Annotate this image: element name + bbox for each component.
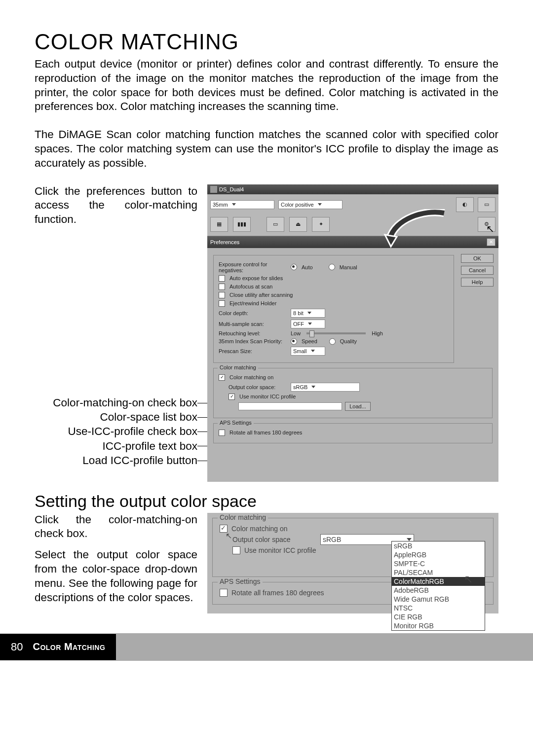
cursor-icon: ↖ [486, 223, 495, 235]
film-type-select[interactable]: 35mm [210, 200, 274, 209]
cancel-button[interactable]: Cancel [461, 266, 494, 275]
intro-para-2: The DiMAGE Scan color matching function … [35, 128, 498, 170]
app-icon [210, 186, 217, 193]
help-button[interactable]: Help [461, 278, 494, 287]
quality-radio[interactable] [329, 338, 336, 345]
page-number: 80 [11, 641, 23, 653]
cursor-icon: ↖ [226, 531, 232, 540]
color-matching-group-label: Color matching [218, 513, 268, 521]
use-icc-checkbox[interactable] [232, 546, 240, 554]
auto-radio[interactable] [291, 264, 297, 270]
autofocus-checkbox[interactable] [219, 284, 225, 290]
thumbnail-icon[interactable]: ▦ [210, 217, 228, 232]
color-space-option[interactable]: SMPTE-C [392, 559, 485, 568]
multi-sample-select[interactable]: OFF [291, 320, 325, 328]
film-polarity-select[interactable]: Color positive [278, 200, 343, 209]
ok-button[interactable]: OK [461, 254, 494, 263]
tool-icon[interactable]: ▭ [478, 197, 495, 212]
color-space-option[interactable]: AdobeRGB [392, 586, 485, 595]
page-title: COLOR MATCHING [35, 30, 498, 54]
close-icon[interactable]: ✕ [487, 238, 495, 246]
tool-icon[interactable]: ✦ [312, 217, 330, 232]
use-icc-checkbox[interactable] [228, 394, 235, 400]
close-utility-checkbox[interactable] [219, 292, 225, 298]
eject-holder-checkbox[interactable] [219, 300, 225, 307]
aps-group-label: APS Settings [218, 577, 263, 585]
section-subheading: Setting the output color space [35, 492, 498, 511]
speed-radio[interactable] [291, 338, 297, 345]
color-space-option[interactable]: NTSC [392, 604, 485, 612]
icc-profile-textbox[interactable] [238, 402, 342, 410]
callout-cs-list: Color-space list box [35, 410, 197, 424]
scan-icon[interactable]: ▭ [266, 217, 284, 232]
exposure-label: Exposure control for negatives: [219, 261, 288, 273]
color-space-option[interactable]: CIE RGB [392, 612, 485, 621]
instruction-1: Click the preferences button to access t… [35, 184, 197, 227]
color-space-option[interactable]: sRGB [392, 541, 485, 550]
color-space-dropdown-list[interactable]: sRGBAppleRGBSMPTE-CPAL/SECAMColorMatchRG… [391, 541, 485, 631]
screenshot-color-matching-detail: Color matching Color matching on ↖ Outpu… [207, 513, 498, 613]
rotate-frames-checkbox[interactable] [219, 430, 225, 436]
retouch-slider[interactable] [306, 332, 366, 334]
screenshot-main-window: DS_Dual4 35mm Color positive ◐ ▭ ▦ ▮▮▮ ▭… [207, 184, 498, 482]
cursor-icon: ↖ [464, 573, 473, 586]
callout-labels: Color-matching-on check box Color-space … [35, 396, 197, 468]
intro-para-1: Each output device (monitor or printer) … [35, 57, 498, 114]
prescan-size-select[interactable]: Small [291, 347, 325, 356]
color-space-option[interactable]: Monitor RGB [392, 621, 485, 630]
histogram-icon[interactable]: ▮▮▮ [233, 217, 251, 232]
tool-icon[interactable]: ◐ [456, 197, 474, 212]
instruction-2b: Select the output color space from the c… [35, 548, 197, 605]
callout-cm-on: Color-matching-on check box [35, 396, 197, 410]
color-space-option[interactable]: AppleRGB [392, 550, 485, 559]
color-matching-group-label: Color matching [218, 364, 258, 370]
output-color-space-select[interactable]: sRGB [291, 383, 360, 392]
page-footer: 80 Color Matching [0, 633, 533, 661]
rotate-frames-checkbox[interactable] [220, 589, 228, 597]
manual-radio[interactable] [329, 264, 335, 270]
instruction-2a: Click the color-matching-on check box. [35, 513, 197, 541]
color-depth-select[interactable]: 8 bit [291, 309, 325, 318]
callout-icc-textbox: ICC-profile text box [35, 439, 197, 453]
callout-icc-checkbox: Use-ICC-profile check box [35, 424, 197, 438]
footer-section-title: Color Matching [33, 641, 105, 652]
color-space-option[interactable]: Wide Gamut RGB [392, 595, 485, 604]
color-matching-on-checkbox[interactable] [219, 374, 225, 381]
window-titlebar: DS_Dual4 [207, 184, 498, 194]
callout-load-button: Load ICC-profile button [35, 453, 197, 468]
eject-icon[interactable]: ⏏ [289, 217, 307, 232]
aps-group-label: APS Settings [218, 420, 254, 426]
prefs-dialog-titlebar: Preferences ✕ [207, 236, 498, 248]
load-icc-button[interactable]: Load... [345, 402, 371, 411]
auto-expose-checkbox[interactable] [219, 275, 225, 282]
